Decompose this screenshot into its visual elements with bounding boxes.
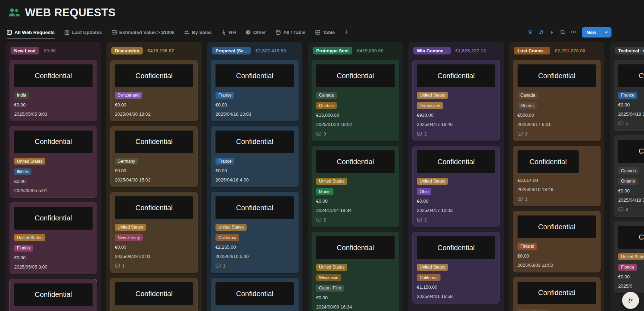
card[interactable]: Confidential	[211, 278, 299, 311]
card[interactable]: ConfidentialUnited StatesMaine€0.002024/…	[312, 146, 399, 227]
column-header: Prototype Sent€415,000.00	[313, 47, 398, 54]
column-badge[interactable]: Proposal (Se...	[212, 47, 251, 54]
tab-all-table[interactable]: All / Table	[276, 25, 306, 39]
card-title-redacted: Confidential	[215, 131, 294, 153]
tag-row: Switzerland	[115, 92, 193, 99]
new-button-label[interactable]: New	[582, 27, 601, 38]
tab-by-sales[interactable]: By Sales	[184, 25, 212, 39]
card[interactable]: Confidential	[110, 278, 198, 311]
card[interactable]: ConfidentialUnited StatesFlorida€0.00202…	[614, 221, 644, 293]
card[interactable]: ConfidentialUnited StatesNew Jersey€0.00…	[110, 192, 198, 273]
card-title: Confidential	[337, 72, 374, 80]
more-icon[interactable]: •••	[571, 30, 577, 34]
card[interactable]: ConfidentialUnited States	[513, 277, 601, 311]
tab-estimated-value-100k[interactable]: Estimated Value > $100k	[112, 25, 175, 39]
card-title-redacted: Confidential	[14, 207, 93, 230]
card-comments: 2	[316, 217, 395, 223]
card-title: Confidential	[530, 158, 567, 166]
tab-label: RH	[229, 30, 236, 35]
card[interactable]: ConfidentialUnited StatesFlorida€0.00202…	[10, 202, 97, 274]
tag-row: California	[417, 274, 495, 281]
card-value: €15,000.00	[316, 113, 395, 118]
card-date: 2025/05/05 5:01	[14, 188, 93, 193]
card-date: 2025/0:01	[618, 283, 644, 289]
card[interactable]: ConfidentialUnited StatesTennessee€930.0…	[412, 60, 500, 141]
comment-count: 1	[223, 264, 225, 269]
comment-count: 1	[122, 264, 125, 269]
card[interactable]: ConfidentialUnited StatesIllinois€0.0020…	[10, 126, 97, 198]
card[interactable]: ConfidentialCanadaQuebec€15,000.002025/0…	[312, 60, 399, 141]
new-button[interactable]: New	[582, 27, 611, 38]
tag-new-jersey: New Jersey	[115, 234, 143, 241]
tab-table[interactable]: Table	[315, 25, 335, 39]
tag-united-states: United States	[14, 234, 45, 241]
card-date: 2025/04/17 10:03	[417, 208, 495, 213]
tab-all-web-requests[interactable]: All Web Requests	[7, 25, 55, 39]
tab-rh[interactable]: RH	[221, 25, 236, 39]
sort-arrows-icon[interactable]	[538, 29, 544, 35]
card-value: €0.00	[115, 244, 193, 250]
card[interactable]: Confidential€3,014.002025/03/10 18:461	[513, 146, 601, 206]
tag-india: India	[14, 92, 29, 99]
column-badge[interactable]: New Lead	[11, 47, 39, 54]
column-prototype-sent: Prototype Sent€415,000.00ConfidentialCan…	[308, 42, 403, 311]
column-badge[interactable]: Discussion	[111, 47, 143, 54]
tag-row: United States	[316, 178, 395, 185]
tag-united-states: United States	[115, 224, 146, 231]
card-comments: 1	[618, 121, 644, 126]
filter-icon[interactable]	[527, 29, 533, 35]
card[interactable]: ConfidentialUnited StatesCalifornia€1,15…	[412, 232, 500, 304]
tag-row: United States	[518, 309, 596, 311]
chevron-down-icon[interactable]	[601, 27, 611, 38]
tag-row: United States	[14, 234, 93, 241]
card[interactable]: ConfidentialUnited StatesOhio€0.002025/0…	[412, 146, 500, 227]
tag-row: Finland	[518, 243, 596, 250]
card[interactable]: ConfidentialUnited StatesWisconsinCapa -…	[312, 232, 399, 311]
card[interactable]: ConfidentialCanadaAlberta€500.002025/03/…	[513, 60, 601, 141]
lightning-icon[interactable]	[549, 30, 555, 35]
tag-united-states: United States	[417, 178, 448, 185]
comment-icon	[518, 131, 523, 137]
tag-canada: Canada	[518, 92, 538, 99]
card[interactable]: ConfidentialFrance€0.002025/04/16 13:03	[211, 60, 299, 121]
column-badge[interactable]: Prototype Sent	[313, 47, 352, 54]
tab-other[interactable]: ?Other	[246, 25, 266, 39]
card[interactable]: ConfidentialFinland€0.002025/03/03 11:03	[513, 211, 601, 272]
column-badge[interactable]: Technical - Cl...	[615, 47, 644, 54]
tag-united-states: United States	[14, 158, 45, 165]
card[interactable]: ConfidentialUnited StatesCalifornia€2,26…	[211, 192, 299, 273]
card-date: 2025/04/16 4:00	[215, 177, 294, 183]
database-icon	[276, 30, 281, 35]
add-view-button[interactable]: +	[344, 25, 348, 39]
card[interactable]: ConfidentialFrance€0.002025/04/16 4:00	[211, 126, 299, 188]
people-icon[interactable]	[8, 6, 20, 19]
tag-row: United States	[618, 253, 644, 260]
card[interactable]: ConfidentialFrance€0.002025/04/18 16:01	[614, 60, 644, 131]
column-cards: ConfidentialFrance€0.002025/04/16 13:03C…	[211, 60, 299, 311]
column-badge[interactable]: Lost Comm...	[514, 47, 550, 54]
column-sum: €0.00	[44, 48, 56, 53]
card[interactable]: ConfidentialCanadaOntario€0.002025/04/18…	[614, 136, 644, 217]
tag-illinois: Illinois	[14, 168, 31, 175]
card-date: 2025/03/03 11:03	[518, 263, 596, 268]
card[interactable]: ConfidentialSwitzerland€0.002025/04/30 1…	[110, 60, 198, 121]
card[interactable]: ConfidentialGermany€0.002025/04/30 15:02	[110, 126, 198, 188]
tab-label: Other	[253, 30, 266, 35]
card-value: €1,150.00	[417, 284, 495, 290]
comment-icon	[518, 196, 523, 202]
card-title: Confidential	[135, 72, 173, 80]
comment-count: 2	[626, 207, 628, 212]
card-date: 2025/04/30 15:02	[115, 177, 193, 183]
card-comments: 3	[316, 131, 395, 137]
search-icon[interactable]	[560, 29, 566, 35]
card[interactable]: ConfidentialIndia€0.002025/05/05 8:03	[10, 60, 97, 121]
column-badge[interactable]: Win Comme...	[413, 47, 451, 54]
chat-widget-button[interactable]	[622, 292, 639, 309]
card-value: €0.00	[417, 198, 495, 204]
tag-united-states: United States	[417, 264, 448, 271]
card[interactable]: Confidential	[10, 279, 97, 311]
tag-row: Germany	[115, 158, 193, 165]
card-title: Confidential	[437, 244, 475, 252]
tab-last-updates[interactable]: Last Updates	[64, 25, 102, 39]
card-title-redacted: Confidential	[618, 64, 644, 87]
